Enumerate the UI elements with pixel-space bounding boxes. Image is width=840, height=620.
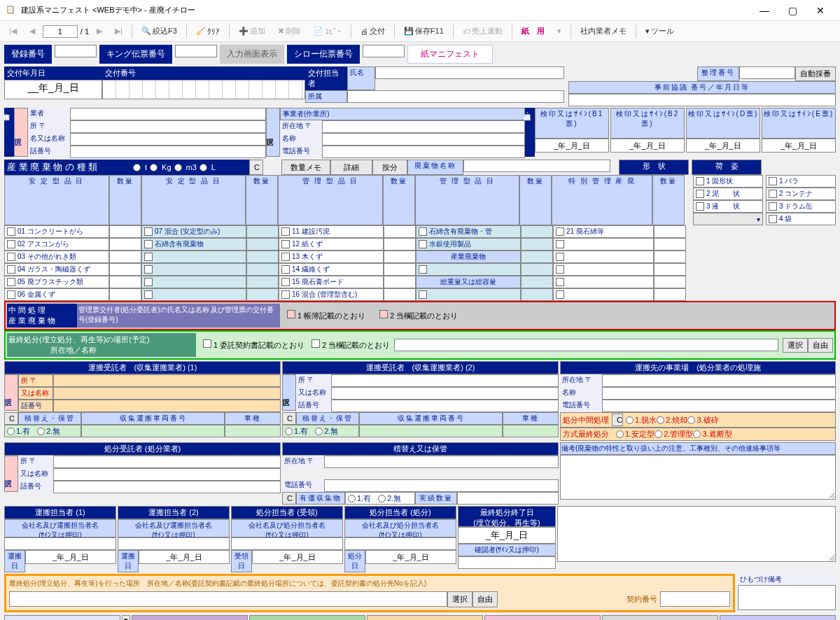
keijo-item[interactable]: 1 固形状 [693, 175, 763, 188]
issue-number-label: 交付番号 [102, 66, 305, 80]
save-button[interactable]: 💾保存F11 [399, 24, 449, 38]
waste-item[interactable]: 11 建設汚泥 [279, 225, 384, 238]
king-slip-input[interactable] [175, 45, 217, 57]
issue-date-label: 交付年月日 [4, 66, 102, 80]
close-button[interactable]: ✕ [806, 2, 834, 19]
waste-item[interactable]: 01 コンクリートがら [4, 225, 109, 238]
clear-button[interactable]: 🧹ｸﾘｱ [191, 24, 225, 38]
issue-number-input[interactable] [102, 80, 305, 99]
c-button[interactable]: C [249, 160, 263, 175]
final-disposal-box: 最終処分(埋立処分、再生等)の場所(予定)所在地／名称 1 委託契約書記載のとお… [4, 330, 836, 360]
final-place-box: 最終処分(埋立処分、再生等)を行った場所 所在地／名称(委託契約書記載の最終処分… [4, 574, 735, 612]
input-display-button[interactable]: 入力画面表示 [220, 45, 284, 64]
waste-item[interactable]: 03 その他がれき類 [4, 251, 109, 263]
minimize-button[interactable]: — [750, 2, 778, 19]
site-select-button[interactable]: 選択 [266, 108, 280, 157]
main-toolbar: |◀ ◀ / 1 ▶ ▶| 🔍絞込F3 🧹ｸﾘｱ ➕追加 ✖削除 📄ｺﾋﾟｰ 🖨… [0, 21, 840, 42]
next-page-button[interactable]: ▶ [92, 24, 107, 38]
final-disposal-input[interactable] [394, 339, 778, 351]
last-page-button[interactable]: ▶| [110, 24, 127, 38]
page-total: / 1 [80, 27, 89, 36]
detail-button[interactable]: 詳細 [330, 160, 372, 175]
biko2-textarea[interactable] [557, 506, 836, 562]
contract-number-input[interactable] [660, 591, 730, 607]
nisugata-item[interactable]: 2 コンテナ [766, 188, 836, 200]
window-title: 建設系マニフェスト <WEBデモ中> - 産廃イチロー [21, 5, 750, 15]
delete-button[interactable]: ✖削除 [273, 24, 306, 38]
waste-item[interactable]: 05 廃プラスチック類 [4, 276, 109, 288]
prev-page-button[interactable]: ◀ [24, 24, 40, 38]
waste-item[interactable]: 水銀使用製品 [416, 238, 521, 251]
issuer-name-input[interactable] [375, 66, 564, 79]
auto-number-button[interactable]: 自動採番 [795, 66, 836, 81]
waste-item[interactable]: 15 廃石膏ボード [279, 276, 384, 288]
jizen-input[interactable] [568, 94, 836, 106]
nisugata-item[interactable]: 3 ドラム缶 [766, 200, 836, 213]
waste-item[interactable]: 産業廃棄物 [416, 251, 521, 263]
shiro-slip-input[interactable] [363, 45, 405, 57]
disposal-select[interactable]: 選択 [4, 456, 18, 492]
page-input[interactable] [43, 25, 78, 38]
emitter-select-button[interactable]: 選択 [14, 108, 28, 157]
biko-textarea[interactable] [560, 455, 836, 500]
top-button-row: 登録番号 キング伝票番号 入力画面表示 シロー伝票番号 紙マニフェスト [0, 42, 840, 66]
narrow-button[interactable]: 🔍絞込F3 [136, 24, 182, 38]
paper-button[interactable]: 紙 用 [517, 24, 550, 38]
waste-item[interactable]: 石綿含有廃棄物・管 [416, 225, 521, 238]
anbun-button[interactable]: 按分 [372, 160, 407, 175]
shiro-slip-button[interactable]: シロー伝票番号 [287, 45, 360, 64]
nisugata-item[interactable]: 1 バラ [766, 175, 836, 188]
final-place-free[interactable]: 自由 [472, 591, 498, 607]
waste-item[interactable]: 12 紙くず [279, 238, 384, 251]
waste-item[interactable]: 13 木くず [279, 251, 384, 263]
waste-item[interactable]: 14 繊維くず [279, 263, 384, 276]
final-select-button[interactable]: 選択 [783, 338, 808, 353]
qty-memo-button[interactable]: 数量メモ [281, 160, 330, 175]
reg-number-button[interactable]: 登録番号 [4, 45, 52, 64]
sales-button[interactable]: 🏷売上連動 [458, 24, 507, 38]
trans2-select[interactable]: 選択 [282, 374, 296, 411]
waste-item[interactable]: 21 廃石綿等 [553, 225, 654, 238]
maximize-button[interactable]: ▢ [778, 2, 806, 19]
waste-item[interactable]: 04 ガラス・陶磁器くず [4, 263, 109, 276]
add-button[interactable]: ➕追加 [234, 24, 270, 38]
waste-item[interactable]: 石綿含有廃棄物 [141, 238, 246, 251]
nisugata-item[interactable]: 4 袋 [766, 213, 836, 225]
waste-name-input[interactable] [463, 160, 610, 172]
waste-item[interactable]: 07 混合 (安定型のみ) [141, 225, 246, 238]
window-titlebar: 📋 建設系マニフェスト <WEBデモ中> - 産廃イチロー — ▢ ✕ [0, 0, 840, 21]
intermediate-processing-box: 中 間 処 理産 業 廃 棄 物 管理票交付者(処分委託者)の氏名又は名称 及び… [4, 301, 836, 330]
memo-button[interactable]: 社内業者メモ [575, 24, 631, 38]
final-place-select[interactable]: 選択 [447, 591, 472, 607]
issue-date-input[interactable]: __年_月_日 [4, 80, 102, 99]
app-icon: 📋 [6, 5, 17, 16]
issuer-label: 交付担当者 [305, 66, 347, 90]
waste-item[interactable]: 02 アスコンがら [4, 238, 109, 251]
final-free-button[interactable]: 自由 [808, 338, 833, 353]
waste-item[interactable]: 総重量又は総容量 [416, 276, 521, 288]
tools-button[interactable]: ▾ツール [640, 24, 679, 38]
waste-item[interactable]: 16 混合 (管理型含む) [279, 288, 384, 301]
copy-button[interactable]: 📄ｺﾋﾟｰ [309, 24, 346, 38]
reg-number-input[interactable] [55, 45, 97, 57]
seiri-number-input[interactable] [739, 66, 795, 79]
first-page-button[interactable]: |◀ [4, 24, 22, 38]
issue-button[interactable]: 🖨交付 [356, 24, 390, 38]
keijo-item[interactable]: 3 液 状 [693, 200, 763, 213]
king-slip-button[interactable]: キング伝票番号 [99, 45, 172, 64]
paper-manifest-button[interactable]: 紙マニフェスト [407, 45, 493, 64]
keijo-item[interactable]: 2 泥 状 [693, 188, 763, 200]
waste-item[interactable]: 06 金属くず [4, 288, 109, 301]
final-place-input[interactable] [9, 591, 447, 607]
trans1-select[interactable]: 選択 [4, 374, 18, 411]
himo-biko-input[interactable] [738, 585, 836, 610]
issuer-dept-input[interactable] [347, 90, 564, 103]
